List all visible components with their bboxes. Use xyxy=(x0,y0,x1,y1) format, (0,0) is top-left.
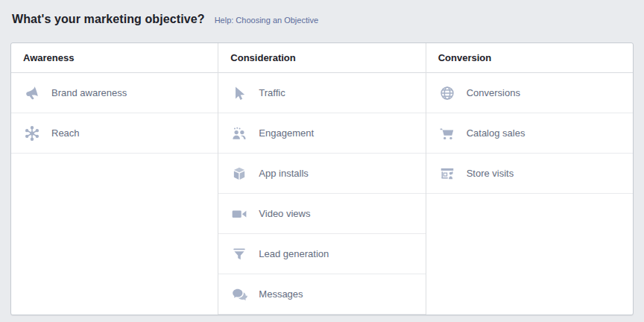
page-title: What's your marketing objective? xyxy=(12,13,205,26)
objective-label: Catalog sales xyxy=(467,127,525,139)
storefront-icon xyxy=(438,165,456,183)
objective-label: Messages xyxy=(259,288,303,300)
objective-conversions[interactable]: Conversions xyxy=(426,73,633,113)
page-header: What's your marketing objective? Help: C… xyxy=(12,13,318,26)
column-conversion: Conversion Conversions xyxy=(426,43,633,315)
objective-label: Video views xyxy=(259,208,310,219)
objective-reach[interactable]: Reach xyxy=(11,113,218,154)
objective-engagement[interactable]: Engagement xyxy=(218,113,425,154)
objective-label: Traffic xyxy=(259,87,285,98)
objective-table: Awareness Brand awareness xyxy=(10,42,634,315)
shopping-cart-icon xyxy=(438,124,456,142)
objective-traffic[interactable]: Traffic xyxy=(218,73,425,113)
objective-lead-generation[interactable]: Lead generation xyxy=(218,234,425,274)
objective-label: Conversions xyxy=(467,87,520,98)
objective-messages[interactable]: Messages xyxy=(218,274,425,315)
objective-label: Lead generation xyxy=(259,248,329,259)
objective-catalog-sales[interactable]: Catalog sales xyxy=(426,113,633,154)
cursor-icon xyxy=(230,84,248,102)
objective-label: App installs xyxy=(259,168,308,179)
objective-app-installs[interactable]: App installs xyxy=(218,154,425,194)
chat-bubbles-icon xyxy=(230,285,248,303)
column-awareness: Awareness Brand awareness xyxy=(11,43,218,315)
help-choosing-objective-link[interactable]: Help: Choosing an Objective xyxy=(215,16,318,25)
globe-icon xyxy=(438,84,456,102)
starburst-icon xyxy=(23,124,41,142)
people-icon xyxy=(230,124,248,142)
megaphone-icon xyxy=(23,84,41,102)
video-camera-icon xyxy=(230,205,248,223)
objective-label: Reach xyxy=(51,127,80,139)
objective-label: Engagement xyxy=(259,127,314,139)
column-header-awareness: Awareness xyxy=(11,43,218,73)
objective-brand-awareness[interactable]: Brand awareness xyxy=(11,73,218,113)
objective-label: Brand awareness xyxy=(51,87,127,98)
objective-label: Store visits xyxy=(467,168,514,179)
column-consideration: Consideration Traffic xyxy=(218,43,426,315)
objective-store-visits[interactable]: Store visits xyxy=(426,154,633,194)
cube-icon xyxy=(230,165,248,183)
column-header-consideration: Consideration xyxy=(218,43,425,73)
funnel-icon xyxy=(230,245,248,263)
column-header-conversion: Conversion xyxy=(426,43,633,73)
objective-video-views[interactable]: Video views xyxy=(218,194,425,234)
